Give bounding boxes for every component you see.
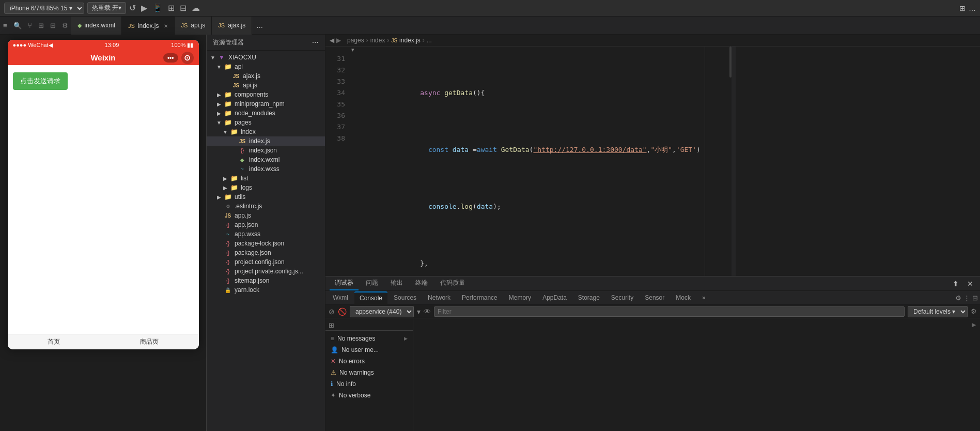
console-filter-no-messages[interactable]: ≡ No messages ▶ <box>325 333 413 344</box>
console-filter-no-errors[interactable]: ✕ No errors <box>325 356 413 367</box>
tree-file-package-lock[interactable]: {} package-lock.json <box>207 239 325 248</box>
explorer-more[interactable]: ··· <box>312 38 319 47</box>
tree-folder-node-modules[interactable]: ▶ 📁 node_modules <box>207 109 325 118</box>
cloud-icon[interactable]: ☁ <box>192 3 200 13</box>
devtools-tab-network[interactable]: Network <box>423 292 456 303</box>
tree-file-ajax-js[interactable]: JS ajax.js <box>207 71 325 81</box>
devtools-settings-icon[interactable]: ⚙ <box>955 294 961 302</box>
console-filter-no-verbose[interactable]: ✦ No verbose <box>325 390 413 401</box>
tree-folder-miniprogram[interactable]: ▶ 📁 miniprogram_npm <box>207 99 325 109</box>
breadcrumb-dots[interactable]: ... <box>427 37 432 44</box>
tree-file-index-wxss[interactable]: ~ index.wxss <box>207 164 325 174</box>
play-icon[interactable]: ▶ <box>141 3 147 13</box>
code-content[interactable]: async getData(){ const data =await GetDa… <box>351 53 705 276</box>
tab-api-js[interactable]: JS api.js <box>175 17 212 35</box>
split-icon[interactable]: ⊟ <box>180 3 186 13</box>
console-log-area[interactable]: ▶ <box>413 318 980 431</box>
device-selector[interactable]: iPhone 6/7/8 85% 15 ▾ <box>4 3 84 14</box>
panel-tab-terminal[interactable]: 终端 <box>410 276 433 290</box>
sidebar-toggle[interactable]: ≡ <box>0 22 10 29</box>
nav-forward[interactable]: ▶ <box>336 37 341 44</box>
panel-maximize[interactable]: ⬆ <box>950 278 961 289</box>
tab-ajax-js[interactable]: JS ajax.js <box>212 17 252 35</box>
tree-file-eslint[interactable]: ⚙ .eslintrc.js <box>207 202 325 211</box>
tab-close-index-js[interactable]: ✕ <box>164 23 168 29</box>
tree-file-package-json[interactable]: {} package.json <box>207 248 325 257</box>
tree-file-index-wxml[interactable]: ◆ index.wxml <box>207 155 325 164</box>
tree-file-project-config[interactable]: {} project.config.json <box>207 257 325 267</box>
tree-file-sitemap[interactable]: {} sitemap.json <box>207 276 325 285</box>
tree-file-index-js[interactable]: JS index.js <box>207 136 325 146</box>
tree-folder-logs[interactable]: ▶ 📁 logs <box>207 183 325 192</box>
nav-back[interactable]: ◀ <box>330 37 334 44</box>
tabs-more[interactable]: … <box>252 22 267 29</box>
settings-icon[interactable]: ⚙ <box>59 22 71 29</box>
console-filter-no-info[interactable]: ℹ No info <box>325 378 413 390</box>
extensions-icon[interactable]: ⊞ <box>35 22 47 29</box>
breadcrumb-index-js[interactable]: index.js <box>399 37 421 44</box>
grid-icon[interactable]: ⊞ <box>168 3 175 13</box>
console-layout-icon[interactable]: ⊞ <box>329 321 334 329</box>
search-icon[interactable]: 🔍 <box>10 22 25 29</box>
console-filter-no-warnings[interactable]: ⚠ No warnings <box>325 367 413 378</box>
devtools-tab-console[interactable]: Console <box>354 291 387 304</box>
service-selector[interactable]: appservice (#40) <box>350 306 414 317</box>
tree-folder-utils[interactable]: ▶ 📁 utils <box>207 192 325 202</box>
tree-file-project-private[interactable]: {} project.private.config.js... <box>207 267 325 276</box>
tree-folder-list[interactable]: ▶ 📁 list <box>207 174 325 183</box>
tree-folder-components[interactable]: ▶ 📁 components <box>207 90 325 99</box>
panel-tab-codequality[interactable]: 代码质量 <box>435 276 470 290</box>
devtools-tab-memory[interactable]: Memory <box>504 292 536 303</box>
devtools-tab-sources[interactable]: Sources <box>388 292 422 303</box>
phone-send-btn[interactable]: 点击发送请求 <box>13 72 68 90</box>
console-eye-icon[interactable]: 👁 <box>424 307 431 316</box>
tree-file-app-wxss[interactable]: ~ app.wxss <box>207 229 325 239</box>
devtools-tab-storage[interactable]: Storage <box>573 292 605 303</box>
more-icon[interactable]: … <box>969 4 976 12</box>
tree-folder-api[interactable]: ▼ 📁 api <box>207 62 325 71</box>
panel-close[interactable]: ✕ <box>965 278 976 289</box>
panel-tab-output[interactable]: 输出 <box>385 276 408 290</box>
console-clear-icon[interactable]: 🚫 <box>338 307 347 316</box>
hotreload-selector[interactable]: 热重载 开▾ <box>87 2 126 14</box>
devtools-tab-security[interactable]: Security <box>606 292 639 303</box>
refresh-icon[interactable]: ↺ <box>129 3 136 13</box>
tree-file-app-json[interactable]: {} app.json <box>207 220 325 229</box>
devtools-more-icon[interactable]: ⋮ <box>963 294 970 302</box>
console-expand-icon[interactable]: ▶ <box>972 321 976 328</box>
console-filter-no-user[interactable]: 👤 No user me... <box>325 344 413 356</box>
breadcrumb-index[interactable]: index <box>370 37 385 44</box>
phone-nav-products[interactable]: 商品页 <box>140 337 159 346</box>
tree-folder-index[interactable]: ▼ 📁 index <box>207 127 325 136</box>
tree-folder-pages[interactable]: ▼ 📁 pages <box>207 118 325 127</box>
tree-file-yarn-lock[interactable]: 🔒 yarn.lock <box>207 285 325 295</box>
devtools-tab-sensor[interactable]: Sensor <box>640 292 670 303</box>
phone-icon[interactable]: 📱 <box>152 3 163 13</box>
levels-selector[interactable]: Default levels ▾ <box>908 306 968 317</box>
devtools-tab-appdata[interactable]: AppData <box>537 292 572 303</box>
devtools-tabs-more[interactable]: » <box>697 292 711 303</box>
phone-nav-home[interactable]: 首页 <box>48 337 60 346</box>
tree-file-app-js[interactable]: JS app.js <box>207 211 325 220</box>
git-icon[interactable]: ⑂ <box>25 22 35 29</box>
devtools-tab-performance[interactable]: Performance <box>457 292 503 303</box>
console-stop-icon[interactable]: ⊘ <box>329 307 335 316</box>
filter-input[interactable] <box>434 306 905 317</box>
tab-index-js[interactable]: JS index.js ✕ <box>122 17 175 35</box>
panel-tab-issues[interactable]: 问题 <box>361 276 383 290</box>
tree-file-index-json[interactable]: {} index.json <box>207 146 325 155</box>
devtools-console-icon[interactable]: ⊟ <box>972 294 978 302</box>
breadcrumb-pages[interactable]: pages <box>347 37 364 44</box>
tab-index-wxml[interactable]: ◆ index.wxml <box>71 17 122 35</box>
phone-nav-dots[interactable]: ••• <box>163 53 178 63</box>
tree-file-api-js[interactable]: JS api.js <box>207 81 325 90</box>
console-settings-icon[interactable]: ⚙ <box>971 307 977 315</box>
tree-root[interactable]: ▼ ▼ XIAOCXU <box>207 53 325 62</box>
debug-icon[interactable]: ⊟ <box>47 22 59 29</box>
panel-tab-debugger[interactable]: 调试器 <box>330 276 359 290</box>
console-dropdown-icon[interactable]: ▾ <box>417 307 421 316</box>
code-collapse-arrow[interactable]: ▾ <box>351 47 354 53</box>
layout-icon[interactable]: ⊞ <box>959 4 966 12</box>
phone-nav-record[interactable]: ⊙ <box>181 52 194 64</box>
devtools-tab-mock[interactable]: Mock <box>671 292 696 303</box>
